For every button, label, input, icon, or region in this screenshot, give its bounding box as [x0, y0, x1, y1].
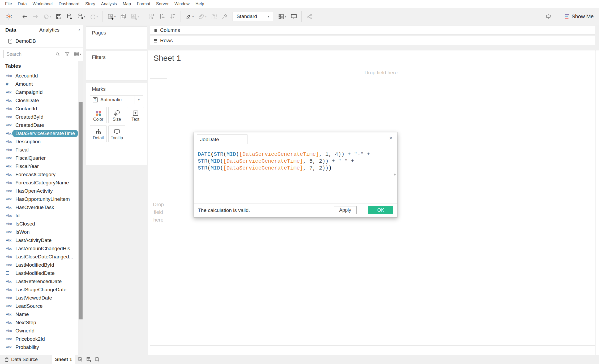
ok-button[interactable]: OK	[368, 206, 393, 214]
field-row[interactable]: Fiscal	[0, 146, 78, 154]
swap-rows-and-columns-button[interactable]	[146, 11, 157, 22]
field-row[interactable]: LastAmountChangedHis...	[0, 244, 78, 253]
show-mark-labels-button[interactable]	[209, 11, 219, 22]
pause-auto-updates-dropdown-caret[interactable]	[84, 15, 87, 18]
expand-functions-icon[interactable]	[394, 173, 396, 176]
field-row[interactable]: IsClosed	[0, 220, 78, 228]
field-row[interactable]: LastCloseDateChanged...	[0, 253, 78, 261]
tab-sheet1[interactable]: Sheet 1	[52, 355, 75, 364]
field-row[interactable]: FiscalYear	[0, 162, 78, 170]
redo-button[interactable]	[30, 11, 41, 22]
fix-axes-button[interactable]	[219, 11, 230, 22]
menu-item[interactable]: Data	[15, 2, 30, 6]
view-options-button[interactable]	[74, 52, 81, 56]
menu-item[interactable]: File	[2, 2, 15, 6]
new-data-source-button[interactable]	[64, 11, 75, 22]
field-row[interactable]: CampaignId	[0, 88, 78, 96]
field-row[interactable]: CreatedById	[0, 113, 78, 121]
tab-data[interactable]: Data	[0, 25, 31, 35]
show-me-button[interactable]: Show Me	[565, 14, 594, 20]
field-row[interactable]: Description	[0, 137, 78, 146]
new-worksheet-tab-button[interactable]	[76, 355, 85, 364]
tab-data-source[interactable]: Data Source	[0, 355, 52, 364]
tab-analytics[interactable]: Analytics	[31, 25, 83, 35]
field-row[interactable]: LeadSource	[0, 302, 78, 310]
field-row[interactable]: Pricebook2Id	[0, 335, 78, 343]
save-button[interactable]	[53, 11, 64, 22]
replay-dropdown-caret[interactable]	[50, 15, 53, 18]
menu-item[interactable]: Dashboard	[56, 2, 82, 6]
field-row[interactable]: HasOpenActivity	[0, 187, 78, 195]
scrollbar-thumb[interactable]	[79, 102, 83, 319]
field-row[interactable]: ForecastCategoryName	[0, 179, 78, 187]
search-input[interactable]: Search	[3, 50, 62, 58]
sort-ascending-button[interactable]	[157, 11, 168, 22]
mark-type-caret[interactable]	[135, 96, 143, 104]
run-auto-updates-dropdown-caret[interactable]	[96, 15, 100, 18]
show-hide-cards-dropdown-caret[interactable]	[285, 15, 288, 18]
field-row[interactable]: HasOpportunityLineItem	[0, 195, 78, 203]
menu-item[interactable]: Map	[120, 2, 134, 6]
rows-shelf[interactable]: Rows	[150, 36, 595, 45]
fit-selector-caret[interactable]	[264, 12, 273, 21]
field-row[interactable]: CreatedDate	[0, 121, 78, 129]
sheet-title[interactable]: Sheet 1	[153, 54, 181, 63]
color-button[interactable]: Color	[90, 107, 107, 123]
formula-editor[interactable]: DATE(STR(MID([DataServiceGenerateTime], …	[198, 151, 390, 172]
duplicate-button[interactable]	[118, 11, 129, 22]
apply-button[interactable]: Apply	[334, 206, 357, 214]
pages-card[interactable]: Pages	[86, 27, 147, 49]
new-story-button[interactable]	[93, 355, 102, 364]
undo-button[interactable]	[19, 11, 30, 22]
field-row[interactable]: LastViewedDate	[0, 294, 78, 302]
field-row[interactable]: OwnerId	[0, 327, 78, 335]
filter-fields-button[interactable]	[65, 52, 70, 57]
columns-drop-zone[interactable]: Drop field here	[167, 67, 595, 78]
highlight-dropdown-caret[interactable]	[192, 15, 195, 18]
field-row[interactable]: IsWon	[0, 228, 78, 236]
text-button[interactable]: Text	[127, 107, 144, 123]
menu-item[interactable]: Window	[172, 2, 192, 6]
rows-drop-zone[interactable]: Drop field here	[150, 201, 167, 224]
menu-item[interactable]: Help	[192, 2, 207, 6]
mark-type-selector[interactable]: T Automatic	[90, 95, 143, 104]
field-row[interactable]: Probability	[0, 343, 78, 351]
field-row[interactable]: LastReferencedDate	[0, 277, 78, 285]
calculation-name-input[interactable]: JobDate	[197, 135, 247, 144]
field-row[interactable]: LastActivityDate	[0, 236, 78, 244]
filters-card[interactable]: Filters	[86, 51, 147, 80]
field-row[interactable]: FiscalQuarter	[0, 154, 78, 162]
menu-item[interactable]: Worksheet	[30, 2, 56, 6]
fit-selector[interactable]: Standard	[233, 12, 273, 21]
sort-descending-button[interactable]	[168, 11, 178, 22]
field-row[interactable]: DataServiceGenerateTime	[0, 129, 78, 137]
field-row[interactable]: LastModifiedById	[0, 261, 78, 269]
share-workbook-button[interactable]	[304, 11, 315, 22]
field-row[interactable]: HasOverdueTask	[0, 203, 78, 211]
field-row[interactable]: LastModifiedDate	[0, 269, 78, 277]
new-dashboard-button[interactable]	[85, 355, 93, 364]
field-row[interactable]: Name	[0, 310, 78, 318]
menu-item[interactable]: Analysis	[98, 2, 120, 6]
field-row[interactable]: ContactId	[0, 105, 78, 113]
field-row[interactable]: LastStageChangeDate	[0, 285, 78, 294]
clear-sheet-dropdown-caret[interactable]	[138, 15, 141, 18]
field-row[interactable]: AccountId	[0, 72, 78, 80]
signpost-button[interactable]	[544, 11, 554, 22]
tooltip-button[interactable]: Tooltip	[108, 125, 125, 142]
field-row[interactable]: CloseDate	[0, 96, 78, 105]
close-icon[interactable]	[388, 135, 394, 141]
detail-button[interactable]: Detail	[90, 125, 107, 142]
field-row[interactable]: Id	[0, 211, 78, 220]
field-row[interactable]: NextStep	[0, 318, 78, 327]
new-worksheet-dropdown-caret[interactable]	[114, 15, 117, 18]
collapse-pane-icon[interactable]	[78, 27, 83, 33]
fields-scrollbar[interactable]	[78, 61, 83, 355]
menu-item[interactable]: Story	[82, 2, 98, 6]
columns-shelf[interactable]: Columns	[150, 26, 595, 35]
group-members-dropdown-caret[interactable]	[205, 15, 208, 18]
presentation-mode-button[interactable]	[288, 11, 299, 22]
data-source-connection[interactable]: DemoDB	[8, 38, 36, 44]
field-row[interactable]: Amount	[0, 80, 78, 88]
menu-item[interactable]: Server	[153, 2, 172, 6]
